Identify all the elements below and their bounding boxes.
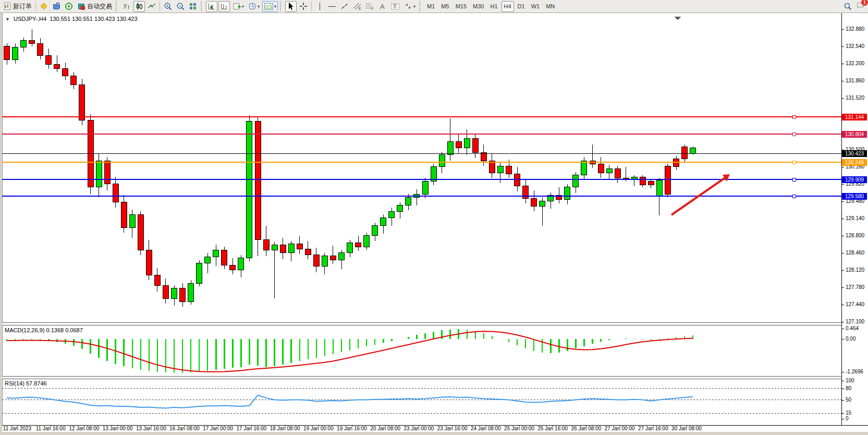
auto-trading-button[interactable]: 自动交易 <box>76 1 114 12</box>
template-button[interactable]: ▾ <box>262 1 278 12</box>
price-tick-label: 128.460 <box>846 250 864 256</box>
fibonacci-button[interactable]: F <box>364 1 375 12</box>
axis-tick <box>842 270 844 271</box>
timeframe-button-mn[interactable]: MN <box>543 1 557 12</box>
time-label: 13 Jan 16:00 <box>136 426 166 431</box>
axis-tick <box>842 413 844 414</box>
strategy-tester-button[interactable] <box>63 1 75 12</box>
line-handle[interactable] <box>792 178 796 181</box>
auto-scroll-button[interactable] <box>206 1 217 12</box>
candle-body <box>238 258 244 270</box>
trendline-button[interactable] <box>339 1 350 12</box>
candle-body <box>188 283 194 301</box>
timeframe-button-m15[interactable]: M15 <box>453 1 469 12</box>
chevron-down-icon: ▾ <box>274 4 276 9</box>
new-order-button[interactable]: 新订单 <box>2 1 33 12</box>
candle-body <box>339 253 345 260</box>
candlestick-chart-icon <box>135 2 143 10</box>
price-tick-label: 128.120 <box>846 267 864 273</box>
horizontal-line-button[interactable] <box>326 1 338 12</box>
zoom-out-button[interactable] <box>175 1 186 12</box>
price-tick-label: 131.860 <box>846 78 864 83</box>
candle-body <box>447 141 453 154</box>
candle-body <box>531 198 537 207</box>
one-click-trading-toggle-icon[interactable]: ▼ <box>5 17 10 22</box>
candle-body <box>230 265 236 270</box>
timeframe-button-m5[interactable]: M5 <box>438 1 451 12</box>
chevron-down-icon: ▾ <box>413 4 415 9</box>
candlestick-chart-button[interactable] <box>133 1 145 12</box>
candle-body <box>46 55 52 64</box>
line-chart-button[interactable] <box>146 1 157 12</box>
data-window-button[interactable] <box>51 1 62 12</box>
candle-body <box>540 201 545 207</box>
axis-tick <box>842 219 844 219</box>
timeframe-button-d1[interactable]: D1 <box>515 1 528 12</box>
bar-chart-button[interactable] <box>121 1 132 12</box>
candle-body <box>640 177 645 185</box>
main-price-chart[interactable] <box>0 13 868 322</box>
axis-tick <box>842 46 844 47</box>
arrows-button[interactable]: ▾ <box>402 1 417 12</box>
notifications-button[interactable]: 1 <box>854 1 866 12</box>
price-tick-label: 127.100 <box>846 319 864 324</box>
time-label: 19 Jan 00:00 <box>303 426 334 431</box>
new-chart-button[interactable]: ▾ <box>231 1 246 12</box>
time-label: 23 Jan 16:00 <box>437 426 468 431</box>
candle-body <box>322 256 327 266</box>
macd-label: MACD(12,26,9) 0.1368 0.0687 <box>5 327 83 333</box>
bar-chart-icon <box>123 2 131 10</box>
notification-badge: 1 <box>861 0 868 6</box>
rsi-scale-label: 80 <box>846 385 851 391</box>
vertical-line-button[interactable] <box>314 1 325 12</box>
cursor-button[interactable] <box>285 1 297 12</box>
time-label: 13 Jan 00:00 <box>103 426 133 431</box>
tile-windows-button[interactable] <box>187 1 199 12</box>
candle-body <box>255 122 261 240</box>
candle-body <box>4 46 10 59</box>
line-handle[interactable] <box>792 115 796 118</box>
candle-body <box>113 184 118 202</box>
line-handle[interactable] <box>792 195 796 198</box>
price-tick-label: 132.200 <box>846 61 864 66</box>
time-label: 23 Jan 00:00 <box>404 426 434 431</box>
time-label: 30 Jan 08:00 <box>671 426 702 431</box>
line-handle[interactable] <box>792 132 796 136</box>
price-line-label: 130.804 <box>842 131 867 138</box>
search-button[interactable] <box>842 1 853 12</box>
candle-body <box>54 65 60 69</box>
axis-tick <box>842 201 844 202</box>
axis-tick <box>842 381 844 381</box>
candle-body <box>222 250 227 265</box>
time-axis[interactable]: 11 Jan 202311 Jan 16:0012 Jan 08:0013 Ja… <box>2 426 868 432</box>
timeframe-button-h4[interactable]: H4 <box>502 1 514 12</box>
chevron-down-icon: ▾ <box>258 4 260 9</box>
line-handle[interactable] <box>792 161 796 164</box>
price-line-label: 130.249 <box>842 159 867 166</box>
crosshair-button[interactable] <box>298 1 309 12</box>
rsi-label: RSI(14) 57.8746 <box>5 380 47 386</box>
price-tick-label: 128.800 <box>846 233 864 238</box>
candle-body <box>631 177 637 179</box>
time-label: 24 Jan 08:00 <box>471 426 501 431</box>
timeframe-button-m1[interactable]: M1 <box>424 1 437 12</box>
text-label-button[interactable]: T <box>389 1 401 12</box>
period-button[interactable]: ▾ <box>247 1 261 12</box>
timeframe-button-h1[interactable]: H1 <box>487 1 500 12</box>
candle-body <box>623 178 629 179</box>
price-scale[interactable]: 132.880132.540132.200131.860131.520130.5… <box>842 13 868 425</box>
new-chart-icon <box>233 2 241 10</box>
text-button[interactable]: A <box>376 1 388 12</box>
market-watch-button[interactable] <box>38 1 50 12</box>
timeframe-button-m30[interactable]: M30 <box>470 1 486 12</box>
chart-shift-button[interactable] <box>218 1 230 12</box>
chart-shift-marker[interactable] <box>675 17 681 20</box>
time-label: 27 Jan 16:00 <box>638 426 668 431</box>
symbol-timeframe-label: USDJPY-,H4 <box>14 16 46 22</box>
timeframe-button-w1[interactable]: W1 <box>529 1 543 12</box>
zoom-in-button[interactable] <box>162 1 174 12</box>
candle-body <box>497 166 503 173</box>
equidistant-channel-button[interactable]: E <box>351 1 363 12</box>
candle-body <box>272 245 277 250</box>
candle-body <box>13 47 18 59</box>
